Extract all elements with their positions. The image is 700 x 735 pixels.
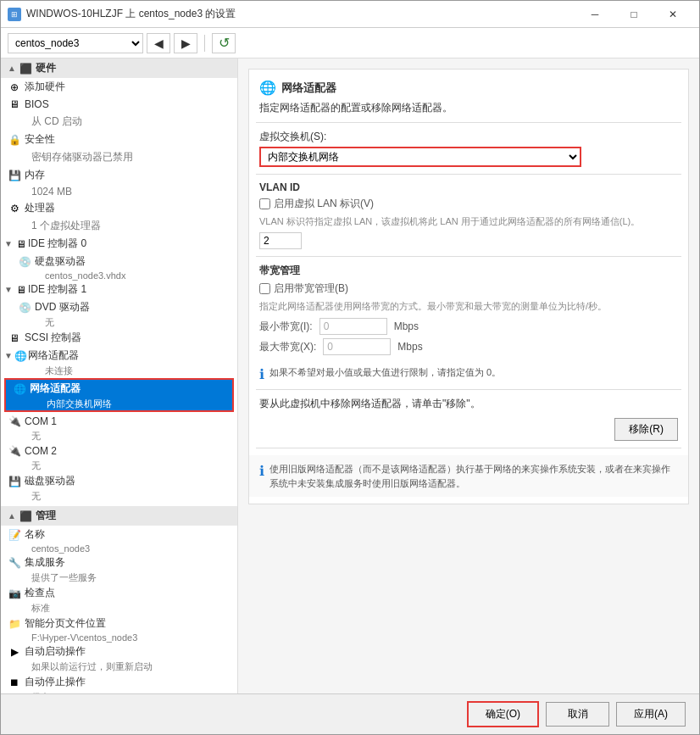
sidebar: ▲ ⬛ 硬件 ⊕ 添加硬件 🖥 BIOS 从 CD 启动 🔒 安全性 密钥存储驱… <box>1 58 238 693</box>
min-bandwidth-label: 最小带宽(I): <box>259 320 313 334</box>
sidebar-item-security[interactable]: 🔒 安全性 <box>1 131 237 148</box>
ide1-chevron-icon: ▼ <box>4 285 13 294</box>
sidebar-item-auto-start[interactable]: ▶ 自动启动操作 <box>1 643 237 660</box>
remove-btn-wrapper: 移除(R) <box>259 418 678 441</box>
vlan-title: VLAN ID <box>259 181 678 193</box>
auto-start-icon: ▶ <box>8 645 21 659</box>
scsi-icon: 🖥 <box>8 331 21 345</box>
sidebar-item-auto-stop[interactable]: ⏹ 自动停止操作 <box>1 673 237 691</box>
virtual-switch-label: 虚拟交换机(S): <box>259 130 678 144</box>
vlan-checkbox-label[interactable]: 启用虚拟 LAN 标识(V) <box>274 197 374 211</box>
virtual-switch-section: 虚拟交换机(S): 内部交换机网络 <box>249 130 688 174</box>
hardware-section-header[interactable]: ▲ ⬛ 硬件 <box>1 58 237 78</box>
virtual-switch-row: 内部交换机网络 <box>259 147 678 167</box>
min-bandwidth-row: 最小带宽(I): Mbps <box>259 318 678 335</box>
sidebar-item-checkpoint[interactable]: 📷 检查点 <box>1 584 237 602</box>
ok-button[interactable]: 确定(O) <box>467 701 539 727</box>
sidebar-item-harddisk[interactable]: 💿 硬盘驱动器 <box>1 253 237 270</box>
sidebar-item-add-hardware[interactable]: ⊕ 添加硬件 <box>1 78 237 96</box>
sidebar-item-memory[interactable]: 💾 内存 <box>1 166 237 184</box>
bandwidth-checkbox-label[interactable]: 启用带宽管理(B) <box>274 281 348 296</box>
sidebar-item-integration[interactable]: 🔧 集成服务 <box>1 554 237 571</box>
next-button[interactable]: ▶ <box>174 33 197 53</box>
title-bar-buttons: ─ □ ✕ <box>575 1 692 28</box>
sidebar-item-bios[interactable]: 🖥 BIOS <box>1 96 237 113</box>
title-bar: ⊞ WINDWOS-10HLZJF 上 centos_node3 的设置 ─ □… <box>1 1 699 28</box>
management-section-label: 管理 <box>36 509 56 523</box>
sidebar-item-memory-sub[interactable]: 1024 MB <box>1 184 237 199</box>
right-panel: 🌐 网络适配器 指定网络适配器的配置或移除网络适配器。 虚拟交换机(S): 内部… <box>238 58 699 693</box>
sidebar-item-com2[interactable]: 🔌 COM 2 <box>1 443 237 459</box>
minimize-button[interactable]: ─ <box>575 1 614 28</box>
sidebar-item-name[interactable]: 📝 名称 <box>1 526 237 543</box>
sidebar-item-processor[interactable]: ⚙ 处理器 <box>1 199 237 217</box>
management-section-header[interactable]: ▲ ⬛ 管理 <box>1 506 237 526</box>
remove-section: 要从此虚拟机中移除网络适配器，请单击"移除"。 移除(R) <box>249 397 688 448</box>
sidebar-item-security-sub[interactable]: 密钥存储驱动器已禁用 <box>1 148 237 166</box>
vlan-section: VLAN ID 启用虚拟 LAN 标识(V) VLAN 标识符指定虚拟 LAN，… <box>249 181 688 256</box>
window-icon: ⊞ <box>8 8 21 21</box>
max-bandwidth-input[interactable] <box>323 338 391 355</box>
sidebar-item-scsi[interactable]: 🖥 SCSI 控制器 <box>1 329 237 347</box>
ide0-chevron-icon: ▼ <box>4 239 13 248</box>
sidebar-item-ide1[interactable]: ▼ 🖥 IDE 控制器 1 <box>1 281 237 298</box>
com1-sub: 无 <box>1 430 237 443</box>
window-title: WINDWOS-10HLZJF 上 centos_node3 的设置 <box>26 7 236 21</box>
vm-select[interactable]: centos_node3 <box>8 33 143 53</box>
panel-divider-2 <box>256 174 681 175</box>
security-icon: 🔒 <box>8 133 21 147</box>
com2-icon: 🔌 <box>8 444 21 458</box>
ide0-icon: 🖥 <box>14 237 28 251</box>
checkpoint-label: 检查点 <box>25 586 55 600</box>
network1-sub: 未连接 <box>1 365 237 377</box>
legacy-info-icon: ℹ <box>259 463 264 479</box>
name-icon: 📝 <box>8 528 21 542</box>
vlan-checkbox[interactable] <box>259 198 270 209</box>
sidebar-item-diskdrive[interactable]: 💾 磁盘驱动器 <box>1 472 237 490</box>
ide1-icon: 🖥 <box>14 283 28 297</box>
security-sub-label: 密钥存储驱动器已禁用 <box>31 150 133 164</box>
remove-button[interactable]: 移除(R) <box>614 418 678 441</box>
panel-title: 网络适配器 <box>281 81 336 96</box>
sidebar-item-ide0[interactable]: ▼ 🖥 IDE 控制器 0 <box>1 235 237 253</box>
bios-sub-label: 从 CD 启动 <box>31 114 82 129</box>
network2-label: 网络适配器 <box>30 381 81 396</box>
vlan-checkbox-row: 启用虚拟 LAN 标识(V) <box>259 197 678 211</box>
sidebar-item-network1[interactable]: ▼ 🌐 网络适配器 <box>1 347 237 365</box>
vlan-input-row <box>259 232 678 249</box>
bandwidth-checkbox[interactable] <box>259 283 270 294</box>
processor-sub-label: 1 个虚拟处理器 <box>31 219 101 233</box>
panel-header: 🌐 网络适配器 <box>249 76 688 101</box>
prev-button[interactable]: ◀ <box>147 33 170 53</box>
refresh-button[interactable]: ↺ <box>212 33 236 53</box>
cancel-button[interactable]: 取消 <box>546 702 609 727</box>
vlan-input[interactable] <box>259 232 302 249</box>
checkpoint-icon: 📷 <box>8 587 21 600</box>
add-hardware-icon: ⊕ <box>8 81 21 94</box>
close-button[interactable]: ✕ <box>653 1 692 28</box>
auto-start-sub: 如果以前运行过，则重新启动 <box>1 660 237 673</box>
auto-stop-icon: ⏹ <box>8 676 21 689</box>
maximize-button[interactable]: □ <box>614 1 653 28</box>
sidebar-item-network2[interactable]: 🌐 网络适配器 <box>6 380 232 398</box>
sidebar-item-processor-sub[interactable]: 1 个虚拟处理器 <box>1 217 237 235</box>
sidebar-item-dvd[interactable]: 💿 DVD 驱动器 <box>1 298 237 316</box>
security-label: 安全性 <box>25 132 55 147</box>
sidebar-item-smart-paging[interactable]: 📁 智能分页文件位置 <box>1 615 237 632</box>
bios-label: BIOS <box>25 98 49 110</box>
panel-divider-4 <box>256 389 681 390</box>
dvd-sub: 无 <box>1 316 237 329</box>
sidebar-item-bios-sub[interactable]: 从 CD 启动 <box>1 113 237 131</box>
legacy-info-row: ℹ 使用旧版网络适配器（而不是该网络适配器）执行基于网络的来宾操作系统安装，或者… <box>249 455 688 497</box>
sidebar-item-com1[interactable]: 🔌 COM 1 <box>1 413 237 430</box>
max-bandwidth-label: 最大带宽(X): <box>259 340 316 354</box>
max-bandwidth-row: 最大带宽(X): Mbps <box>259 338 678 355</box>
min-bandwidth-unit: Mbps <box>394 320 419 332</box>
bandwidth-desc: 指定此网络适配器使用网络带宽的方式。最小带宽和最大带宽的测量单位为比特/秒。 <box>259 299 678 314</box>
com1-icon: 🔌 <box>8 415 21 428</box>
dvd-label: DVD 驱动器 <box>35 300 90 315</box>
auto-start-label: 自动启动操作 <box>25 644 86 659</box>
apply-button[interactable]: 应用(A) <box>616 702 686 727</box>
min-bandwidth-input[interactable] <box>319 318 387 335</box>
virtual-switch-select[interactable]: 内部交换机网络 <box>259 147 581 167</box>
